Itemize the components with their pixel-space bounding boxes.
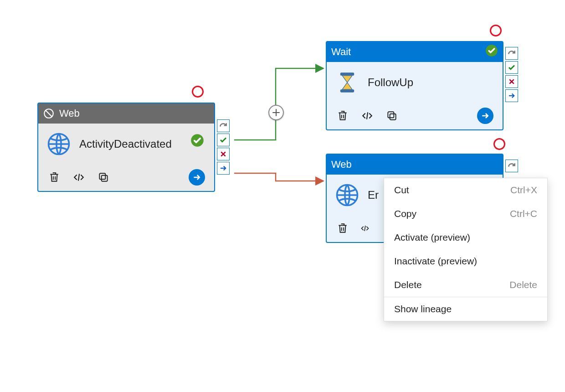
- breakpoint-marker[interactable]: [490, 25, 502, 36]
- pipeline-canvas[interactable]: Web ActivityDeactivated: [0, 0, 565, 392]
- breakpoint-marker[interactable]: [192, 86, 204, 98]
- output-handle-completion[interactable]: [217, 119, 230, 132]
- output-handle-rail: [505, 47, 518, 102]
- svg-rect-8: [390, 114, 396, 120]
- menu-label: Copy: [394, 208, 416, 219]
- context-menu-item-cut[interactable]: Cut Ctrl+X: [384, 178, 547, 202]
- hourglass-icon: [335, 70, 360, 95]
- output-handle-rail: [217, 119, 230, 175]
- svg-rect-9: [388, 112, 394, 118]
- svg-rect-7: [340, 89, 354, 93]
- menu-shortcut: Ctrl+X: [510, 185, 537, 196]
- context-menu[interactable]: Cut Ctrl+X Copy Ctrl+C Activate (preview…: [384, 178, 548, 321]
- menu-shortcut: Ctrl+C: [510, 208, 537, 219]
- menu-label: Delete: [394, 279, 422, 290]
- delete-button[interactable]: [47, 170, 61, 184]
- connector-failure: [234, 173, 324, 181]
- activity-node-deactivated-web[interactable]: Web ActivityDeactivated: [37, 103, 215, 192]
- code-button[interactable]: [72, 170, 86, 184]
- activity-type-label: Wait: [331, 46, 351, 58]
- output-handle-skip[interactable]: [505, 89, 518, 102]
- deactivated-icon: [43, 108, 55, 119]
- activity-type-label: Web: [331, 159, 352, 170]
- activity-header: Web: [327, 155, 503, 175]
- context-menu-item-delete[interactable]: Delete Delete: [384, 273, 547, 297]
- breakpoint-marker[interactable]: [493, 138, 505, 150]
- activity-name: ActivityDeactivated: [79, 138, 172, 150]
- context-menu-item-show-lineage[interactable]: Show lineage: [384, 297, 547, 321]
- menu-label: Show lineage: [394, 304, 452, 315]
- activity-type-label: Web: [59, 108, 80, 119]
- delete-button[interactable]: [336, 222, 349, 235]
- status-success-icon: [485, 44, 498, 60]
- activity-header: Wait: [327, 42, 503, 62]
- context-menu-item-inactivate[interactable]: Inactivate (preview): [384, 249, 547, 273]
- context-menu-item-copy[interactable]: Copy Ctrl+C: [384, 202, 547, 226]
- globe-icon: [335, 183, 360, 207]
- activity-header: Web: [38, 103, 214, 124]
- output-handle-success[interactable]: [217, 134, 230, 146]
- output-handle-failure[interactable]: [217, 148, 230, 160]
- globe-icon: [46, 132, 71, 156]
- output-handle-failure[interactable]: [505, 75, 518, 88]
- output-handle-success[interactable]: [505, 61, 518, 74]
- menu-shortcut: Delete: [509, 279, 537, 290]
- output-handle-completion[interactable]: [505, 47, 518, 60]
- output-handle-completion[interactable]: [505, 160, 518, 172]
- copy-button[interactable]: [385, 109, 399, 123]
- copy-button[interactable]: [97, 170, 110, 184]
- connector-success: [234, 68, 324, 140]
- svg-rect-3: [102, 175, 108, 181]
- output-handle-rail: [505, 160, 518, 172]
- activity-name: FollowUp: [368, 76, 413, 89]
- activity-body: FollowUp: [327, 62, 503, 129]
- menu-label: Cut: [394, 185, 409, 196]
- status-success-icon: [190, 134, 204, 147]
- svg-rect-4: [99, 173, 105, 179]
- menu-label: Inactivate (preview): [394, 256, 477, 267]
- run-button[interactable]: [189, 169, 205, 186]
- code-button[interactable]: [360, 109, 374, 123]
- activity-body: ActivityDeactivated: [38, 124, 214, 191]
- activity-node-wait[interactable]: Wait FollowUp: [326, 41, 503, 130]
- delete-button[interactable]: [336, 109, 349, 123]
- output-handle-skip[interactable]: [217, 162, 230, 175]
- context-menu-item-activate[interactable]: Activate (preview): [384, 226, 547, 249]
- activity-name: Er: [368, 189, 379, 201]
- add-activity-button[interactable]: [268, 105, 284, 120]
- code-button[interactable]: [360, 222, 370, 235]
- run-button[interactable]: [477, 108, 493, 124]
- svg-rect-6: [340, 72, 354, 76]
- menu-label: Activate (preview): [394, 232, 470, 243]
